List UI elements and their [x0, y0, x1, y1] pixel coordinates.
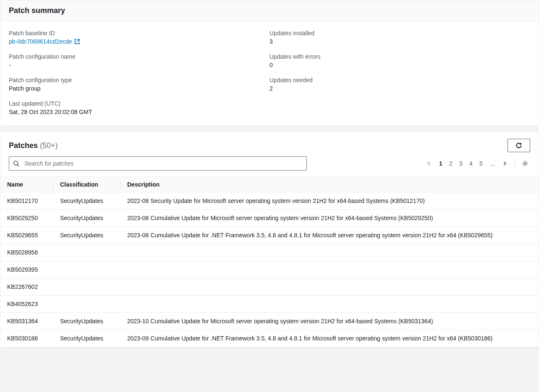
cell-name: KB2267602 [0, 278, 53, 296]
svg-point-0 [14, 161, 18, 165]
patch-summary-panel: Patch summary Patch baseline ID pb-0dc70… [0, 0, 539, 126]
updates-needed-label: Updates needed [270, 77, 530, 83]
page-ellipsis: ... [488, 158, 498, 169]
col-header-name[interactable]: Name [0, 177, 53, 192]
patch-summary-header: Patch summary [0, 0, 539, 21]
table-row[interactable]: KB4052623 [0, 296, 539, 313]
updates-installed-value: 3 [270, 38, 530, 45]
table-row[interactable]: KB5029395 [0, 261, 539, 278]
cell-classification: SecurityUpdates [53, 227, 120, 244]
cell-classification: SecurityUpdates [53, 330, 120, 347]
patches-title: Patches (50+) [9, 141, 58, 150]
baseline-id-link[interactable]: pb-0dc7069614cd2ecde [9, 38, 80, 45]
cell-description [120, 261, 539, 278]
table-header-row: Name Classification Description [0, 177, 539, 192]
cell-classification [53, 261, 120, 278]
svg-point-1 [524, 163, 526, 165]
external-link-icon [74, 39, 80, 44]
refresh-icon [515, 142, 522, 149]
kv-config-type: Patch configuration type Patch group [9, 77, 270, 92]
page-prev-button[interactable] [424, 158, 434, 169]
cell-description [120, 278, 539, 296]
kv-updates-installed: Updates installed 3 [270, 30, 530, 45]
cell-description: 2023-08 Cumulative Update for Microsoft … [120, 210, 539, 227]
cell-classification [53, 278, 120, 296]
cell-classification [53, 244, 120, 261]
cell-name: KB5012170 [0, 192, 53, 210]
config-type-label: Patch configuration type [9, 77, 270, 83]
kv-baseline-id: Patch baseline ID pb-0dc7069614cd2ecde [9, 30, 270, 45]
cell-classification: SecurityUpdates [53, 192, 120, 210]
table-row[interactable]: KB2267602 [0, 278, 539, 296]
config-name-value: - [9, 62, 270, 68]
cell-description: 2022-08 Security Update for Microsoft se… [120, 192, 539, 210]
cell-description: 2023-09 Cumulative Update for .NET Frame… [120, 330, 539, 347]
config-type-value: Patch group [9, 85, 270, 92]
table-row[interactable]: KB5031364SecurityUpdates2023-10 Cumulati… [0, 313, 539, 330]
page-number-1[interactable]: 1 [436, 158, 446, 169]
table-settings-button[interactable] [520, 158, 530, 169]
patches-title-text: Patches [9, 141, 38, 150]
page-number-2[interactable]: 2 [446, 158, 456, 169]
patches-panel: Patches (50+) 12345 ... [0, 132, 539, 348]
gear-icon [521, 160, 529, 167]
cell-description [120, 244, 539, 261]
table-row[interactable]: KB5029250SecurityUpdates2023-08 Cumulati… [0, 210, 539, 227]
updates-errors-value: 0 [270, 62, 530, 68]
pagination: 12345 ... [424, 158, 530, 169]
summary-col-right: Updates installed 3 Updates with errors … [270, 30, 530, 115]
baseline-id-label: Patch baseline ID [9, 30, 270, 36]
cell-classification: SecurityUpdates [53, 313, 120, 330]
chevron-left-icon [426, 161, 432, 166]
last-updated-value: Sat, 28 Oct 2023 20:02:08 GMT [9, 109, 270, 115]
chevron-right-icon [502, 161, 508, 166]
patches-table: Name Classification Description KB501217… [0, 177, 539, 347]
pager-separator [515, 159, 515, 168]
table-row[interactable]: KB5028956 [0, 244, 539, 261]
page-number-5[interactable]: 5 [476, 158, 486, 169]
cell-name: KB5029250 [0, 210, 53, 227]
search-row: 12345 ... [0, 156, 539, 177]
search-input[interactable] [9, 156, 307, 171]
refresh-button[interactable] [508, 139, 530, 152]
page-number-3[interactable]: 3 [456, 158, 466, 169]
col-header-description[interactable]: Description [120, 177, 539, 192]
cell-description: 2023-10 Cumulative Update for Microsoft … [120, 313, 539, 330]
patch-summary-body: Patch baseline ID pb-0dc7069614cd2ecde P… [0, 21, 539, 125]
summary-col-left: Patch baseline ID pb-0dc7069614cd2ecde P… [9, 30, 270, 115]
table-row[interactable]: KB5030186SecurityUpdates2023-09 Cumulati… [0, 330, 539, 347]
cell-name: KB4052623 [0, 296, 53, 313]
patches-header: Patches (50+) [0, 132, 539, 156]
cell-description: 2023-08 Cumulative Update for .NET Frame… [120, 227, 539, 244]
search-icon [13, 161, 19, 167]
cell-classification [53, 296, 120, 313]
cell-name: KB5031364 [0, 313, 53, 330]
cell-name: KB5030186 [0, 330, 53, 347]
cell-classification: SecurityUpdates [53, 210, 120, 227]
last-updated-label: Last updated (UTC) [9, 100, 270, 107]
page-number-4[interactable]: 4 [466, 158, 476, 169]
updates-errors-label: Updates with errors [270, 53, 530, 60]
cell-name: KB5029655 [0, 227, 53, 244]
cell-name: KB5029395 [0, 261, 53, 278]
search-box [9, 156, 307, 171]
cell-description [120, 296, 539, 313]
kv-updates-needed: Updates needed 2 [270, 77, 530, 92]
table-row[interactable]: KB5012170SecurityUpdates2022-08 Security… [0, 192, 539, 210]
kv-config-name: Patch configuration name - [9, 53, 270, 68]
page-next-button[interactable] [500, 158, 510, 169]
patches-count: (50+) [40, 141, 58, 150]
updates-installed-label: Updates installed [270, 30, 530, 36]
config-name-label: Patch configuration name [9, 53, 270, 60]
patch-summary-title: Patch summary [9, 6, 530, 15]
updates-needed-value: 2 [270, 85, 530, 92]
table-row[interactable]: KB5029655SecurityUpdates2023-08 Cumulati… [0, 227, 539, 244]
col-header-classification[interactable]: Classification [53, 177, 120, 192]
cell-name: KB5028956 [0, 244, 53, 261]
baseline-id-value: pb-0dc7069614cd2ecde [9, 38, 72, 45]
kv-last-updated: Last updated (UTC) Sat, 28 Oct 2023 20:0… [9, 100, 270, 115]
kv-updates-errors: Updates with errors 0 [270, 53, 530, 68]
